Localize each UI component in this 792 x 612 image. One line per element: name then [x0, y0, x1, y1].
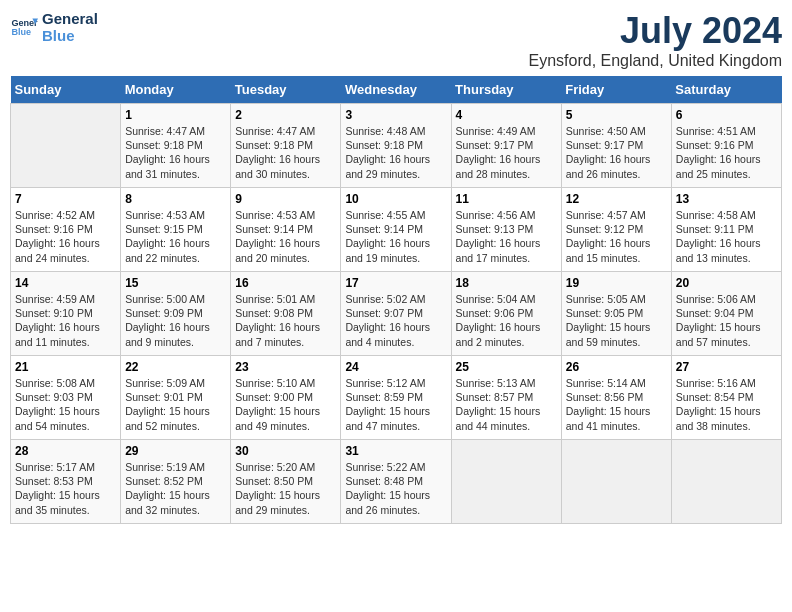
day-info: Sunrise: 5:13 AM Sunset: 8:57 PM Dayligh…	[456, 376, 557, 433]
calendar-cell: 5Sunrise: 4:50 AM Sunset: 9:17 PM Daylig…	[561, 104, 671, 188]
day-info: Sunrise: 4:49 AM Sunset: 9:17 PM Dayligh…	[456, 124, 557, 181]
day-number: 3	[345, 108, 446, 122]
calendar-cell: 31Sunrise: 5:22 AM Sunset: 8:48 PM Dayli…	[341, 440, 451, 524]
day-number: 21	[15, 360, 116, 374]
subtitle: Eynsford, England, United Kingdom	[529, 52, 782, 70]
day-info: Sunrise: 5:04 AM Sunset: 9:06 PM Dayligh…	[456, 292, 557, 349]
weekday-header-thursday: Thursday	[451, 76, 561, 104]
day-number: 8	[125, 192, 226, 206]
title-area: July 2024 Eynsford, England, United King…	[529, 10, 782, 70]
calendar-cell	[451, 440, 561, 524]
day-number: 13	[676, 192, 777, 206]
calendar-cell: 14Sunrise: 4:59 AM Sunset: 9:10 PM Dayli…	[11, 272, 121, 356]
calendar-cell	[671, 440, 781, 524]
day-number: 5	[566, 108, 667, 122]
day-info: Sunrise: 4:57 AM Sunset: 9:12 PM Dayligh…	[566, 208, 667, 265]
calendar-cell: 26Sunrise: 5:14 AM Sunset: 8:56 PM Dayli…	[561, 356, 671, 440]
day-number: 27	[676, 360, 777, 374]
day-info: Sunrise: 5:19 AM Sunset: 8:52 PM Dayligh…	[125, 460, 226, 517]
weekday-header-wednesday: Wednesday	[341, 76, 451, 104]
day-info: Sunrise: 4:56 AM Sunset: 9:13 PM Dayligh…	[456, 208, 557, 265]
calendar-cell: 23Sunrise: 5:10 AM Sunset: 9:00 PM Dayli…	[231, 356, 341, 440]
calendar-cell: 25Sunrise: 5:13 AM Sunset: 8:57 PM Dayli…	[451, 356, 561, 440]
day-number: 23	[235, 360, 336, 374]
day-info: Sunrise: 5:14 AM Sunset: 8:56 PM Dayligh…	[566, 376, 667, 433]
day-number: 16	[235, 276, 336, 290]
calendar-cell: 18Sunrise: 5:04 AM Sunset: 9:06 PM Dayli…	[451, 272, 561, 356]
calendar-cell: 11Sunrise: 4:56 AM Sunset: 9:13 PM Dayli…	[451, 188, 561, 272]
day-info: Sunrise: 5:05 AM Sunset: 9:05 PM Dayligh…	[566, 292, 667, 349]
day-number: 2	[235, 108, 336, 122]
day-info: Sunrise: 5:06 AM Sunset: 9:04 PM Dayligh…	[676, 292, 777, 349]
logo: General Blue General Blue	[10, 10, 98, 44]
day-number: 20	[676, 276, 777, 290]
day-info: Sunrise: 4:55 AM Sunset: 9:14 PM Dayligh…	[345, 208, 446, 265]
day-info: Sunrise: 5:20 AM Sunset: 8:50 PM Dayligh…	[235, 460, 336, 517]
day-info: Sunrise: 4:48 AM Sunset: 9:18 PM Dayligh…	[345, 124, 446, 181]
day-number: 12	[566, 192, 667, 206]
day-info: Sunrise: 5:17 AM Sunset: 8:53 PM Dayligh…	[15, 460, 116, 517]
calendar-table: SundayMondayTuesdayWednesdayThursdayFrid…	[10, 76, 782, 524]
weekday-header-sunday: Sunday	[11, 76, 121, 104]
calendar-cell: 21Sunrise: 5:08 AM Sunset: 9:03 PM Dayli…	[11, 356, 121, 440]
calendar-cell: 4Sunrise: 4:49 AM Sunset: 9:17 PM Daylig…	[451, 104, 561, 188]
day-info: Sunrise: 5:02 AM Sunset: 9:07 PM Dayligh…	[345, 292, 446, 349]
calendar-cell: 7Sunrise: 4:52 AM Sunset: 9:16 PM Daylig…	[11, 188, 121, 272]
calendar-cell: 17Sunrise: 5:02 AM Sunset: 9:07 PM Dayli…	[341, 272, 451, 356]
day-info: Sunrise: 4:52 AM Sunset: 9:16 PM Dayligh…	[15, 208, 116, 265]
day-info: Sunrise: 5:01 AM Sunset: 9:08 PM Dayligh…	[235, 292, 336, 349]
day-number: 10	[345, 192, 446, 206]
calendar-cell: 9Sunrise: 4:53 AM Sunset: 9:14 PM Daylig…	[231, 188, 341, 272]
day-number: 22	[125, 360, 226, 374]
day-number: 19	[566, 276, 667, 290]
day-number: 30	[235, 444, 336, 458]
day-number: 14	[15, 276, 116, 290]
day-info: Sunrise: 5:09 AM Sunset: 9:01 PM Dayligh…	[125, 376, 226, 433]
calendar-cell: 24Sunrise: 5:12 AM Sunset: 8:59 PM Dayli…	[341, 356, 451, 440]
day-number: 6	[676, 108, 777, 122]
day-number: 9	[235, 192, 336, 206]
calendar-cell: 1Sunrise: 4:47 AM Sunset: 9:18 PM Daylig…	[121, 104, 231, 188]
main-title: July 2024	[529, 10, 782, 52]
week-row-4: 21Sunrise: 5:08 AM Sunset: 9:03 PM Dayli…	[11, 356, 782, 440]
day-info: Sunrise: 5:10 AM Sunset: 9:00 PM Dayligh…	[235, 376, 336, 433]
day-info: Sunrise: 4:58 AM Sunset: 9:11 PM Dayligh…	[676, 208, 777, 265]
calendar-cell: 2Sunrise: 4:47 AM Sunset: 9:18 PM Daylig…	[231, 104, 341, 188]
day-number: 18	[456, 276, 557, 290]
calendar-cell: 16Sunrise: 5:01 AM Sunset: 9:08 PM Dayli…	[231, 272, 341, 356]
day-info: Sunrise: 5:22 AM Sunset: 8:48 PM Dayligh…	[345, 460, 446, 517]
page-header: General Blue General Blue July 2024 Eyns…	[10, 10, 782, 70]
day-info: Sunrise: 4:50 AM Sunset: 9:17 PM Dayligh…	[566, 124, 667, 181]
day-info: Sunrise: 4:59 AM Sunset: 9:10 PM Dayligh…	[15, 292, 116, 349]
day-number: 25	[456, 360, 557, 374]
day-info: Sunrise: 4:47 AM Sunset: 9:18 PM Dayligh…	[125, 124, 226, 181]
calendar-cell: 3Sunrise: 4:48 AM Sunset: 9:18 PM Daylig…	[341, 104, 451, 188]
day-number: 31	[345, 444, 446, 458]
logo-blue: Blue	[42, 27, 98, 44]
day-number: 11	[456, 192, 557, 206]
weekday-header-saturday: Saturday	[671, 76, 781, 104]
calendar-cell: 15Sunrise: 5:00 AM Sunset: 9:09 PM Dayli…	[121, 272, 231, 356]
logo-general: General	[42, 10, 98, 27]
day-info: Sunrise: 5:16 AM Sunset: 8:54 PM Dayligh…	[676, 376, 777, 433]
week-row-1: 1Sunrise: 4:47 AM Sunset: 9:18 PM Daylig…	[11, 104, 782, 188]
calendar-cell: 20Sunrise: 5:06 AM Sunset: 9:04 PM Dayli…	[671, 272, 781, 356]
day-number: 28	[15, 444, 116, 458]
weekday-header-monday: Monday	[121, 76, 231, 104]
calendar-cell: 27Sunrise: 5:16 AM Sunset: 8:54 PM Dayli…	[671, 356, 781, 440]
week-row-2: 7Sunrise: 4:52 AM Sunset: 9:16 PM Daylig…	[11, 188, 782, 272]
calendar-cell	[561, 440, 671, 524]
day-info: Sunrise: 5:00 AM Sunset: 9:09 PM Dayligh…	[125, 292, 226, 349]
day-number: 29	[125, 444, 226, 458]
day-number: 24	[345, 360, 446, 374]
day-info: Sunrise: 5:12 AM Sunset: 8:59 PM Dayligh…	[345, 376, 446, 433]
calendar-cell	[11, 104, 121, 188]
calendar-cell: 30Sunrise: 5:20 AM Sunset: 8:50 PM Dayli…	[231, 440, 341, 524]
day-info: Sunrise: 4:53 AM Sunset: 9:14 PM Dayligh…	[235, 208, 336, 265]
day-number: 1	[125, 108, 226, 122]
calendar-cell: 28Sunrise: 5:17 AM Sunset: 8:53 PM Dayli…	[11, 440, 121, 524]
day-info: Sunrise: 4:51 AM Sunset: 9:16 PM Dayligh…	[676, 124, 777, 181]
day-number: 7	[15, 192, 116, 206]
week-row-3: 14Sunrise: 4:59 AM Sunset: 9:10 PM Dayli…	[11, 272, 782, 356]
week-row-5: 28Sunrise: 5:17 AM Sunset: 8:53 PM Dayli…	[11, 440, 782, 524]
